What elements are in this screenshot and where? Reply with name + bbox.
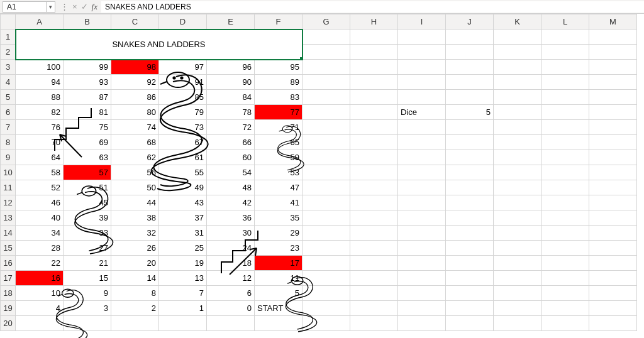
cell-L2[interactable]	[541, 45, 589, 60]
cell-E12[interactable]: 42	[207, 195, 255, 210]
cell-G3[interactable]	[303, 60, 350, 75]
cell-E20[interactable]	[207, 316, 255, 331]
cell-A18[interactable]: 10	[16, 286, 64, 301]
cell-E5[interactable]: 84	[207, 90, 255, 105]
cell-B16[interactable]: 21	[64, 256, 111, 271]
cell-F18[interactable]: 5	[255, 286, 303, 301]
cell-C9[interactable]: 62	[111, 150, 159, 165]
cell-E19[interactable]: 0	[207, 301, 255, 316]
row-header-16[interactable]: 16	[1, 256, 16, 271]
cell-D4[interactable]: 91	[159, 75, 207, 90]
col-header-I[interactable]: I	[398, 14, 446, 30]
col-header-C[interactable]: C	[111, 14, 159, 30]
cell-F20[interactable]	[255, 316, 303, 331]
cell-L1[interactable]	[541, 30, 589, 45]
cell-B17[interactable]: 15	[64, 271, 111, 286]
row-header-15[interactable]: 15	[1, 241, 16, 256]
cell-E16[interactable]: 18	[207, 256, 255, 271]
cell-A7[interactable]: 76	[16, 120, 64, 135]
cancel-icon[interactable]: ×	[72, 2, 77, 11]
cell-C17[interactable]: 14	[111, 271, 159, 286]
row-header-13[interactable]: 13	[1, 210, 16, 226]
cell-F15[interactable]: 23	[255, 241, 303, 256]
cell-F8[interactable]: 65	[255, 135, 303, 150]
cell-E18[interactable]: 6	[207, 286, 255, 301]
cell-B8[interactable]: 69	[64, 135, 111, 150]
cell-F3[interactable]: 95	[255, 60, 303, 75]
cell-F16[interactable]: 17	[255, 256, 303, 271]
cell-H4[interactable]	[350, 75, 398, 90]
name-box-dropdown[interactable]: ▾	[47, 1, 55, 13]
row-header-5[interactable]: 5	[1, 90, 16, 105]
cell-J3[interactable]	[446, 60, 494, 75]
cell-A12[interactable]: 46	[16, 195, 64, 210]
col-header-F[interactable]: F	[255, 14, 303, 30]
cell-E4[interactable]: 90	[207, 75, 255, 90]
row-header-6[interactable]: 6	[1, 105, 16, 120]
cell-I4[interactable]	[398, 75, 446, 90]
cell-B4[interactable]: 93	[64, 75, 111, 90]
cell-D15[interactable]: 25	[159, 241, 207, 256]
col-header-A[interactable]: A	[16, 14, 64, 30]
cell-G2[interactable]	[303, 45, 350, 60]
cell-B11[interactable]: 51	[64, 180, 111, 195]
cell-M2[interactable]	[589, 45, 637, 60]
cell-F17[interactable]: 11	[255, 271, 303, 286]
cell-A10[interactable]: 58	[16, 165, 64, 180]
cell-G7[interactable]	[303, 120, 350, 135]
cell-I2[interactable]	[398, 45, 446, 60]
cell-B5[interactable]: 87	[64, 90, 111, 105]
cell-G1[interactable]	[303, 30, 350, 45]
col-header-K[interactable]: K	[494, 14, 541, 30]
cell-C5[interactable]: 86	[111, 90, 159, 105]
row-header-19[interactable]: 19	[1, 301, 16, 316]
cell-B6[interactable]: 81	[64, 105, 111, 120]
cell-K2[interactable]	[494, 45, 541, 60]
cell-G4[interactable]	[303, 75, 350, 90]
cell-A4[interactable]: 94	[16, 75, 64, 90]
cell-D10[interactable]: 55	[159, 165, 207, 180]
name-box[interactable]: A1	[3, 1, 47, 13]
cell-D8[interactable]: 67	[159, 135, 207, 150]
cell-L5[interactable]	[541, 90, 589, 105]
row-header-7[interactable]: 7	[1, 120, 16, 135]
cell-B7[interactable]: 75	[64, 120, 111, 135]
row-header-9[interactable]: 9	[1, 150, 16, 165]
row-header-14[interactable]: 14	[1, 226, 16, 241]
cell-M4[interactable]	[589, 75, 637, 90]
cell-C19[interactable]: 2	[111, 301, 159, 316]
row-header-4[interactable]: 4	[1, 75, 16, 90]
cell-D11[interactable]: 49	[159, 180, 207, 195]
row-header-12[interactable]: 12	[1, 195, 16, 210]
cell-C20[interactable]	[111, 316, 159, 331]
cell-K5[interactable]	[494, 90, 541, 105]
worksheet[interactable]: A B C D E F G H I J K L M 1 SNAKES AND L…	[0, 14, 644, 331]
col-header-M[interactable]: M	[589, 14, 637, 30]
cell-B12[interactable]: 45	[64, 195, 111, 210]
cell-A8[interactable]: 70	[16, 135, 64, 150]
cell-L6[interactable]	[541, 105, 589, 120]
select-all-corner[interactable]	[1, 14, 16, 30]
cell-D6[interactable]: 79	[159, 105, 207, 120]
cell-J4[interactable]	[446, 75, 494, 90]
cell-I3[interactable]	[398, 60, 446, 75]
cell-H5[interactable]	[350, 90, 398, 105]
cell-G6[interactable]	[303, 105, 350, 120]
col-header-J[interactable]: J	[446, 14, 494, 30]
row-header-1[interactable]: 1	[1, 30, 16, 45]
cell-E9[interactable]: 60	[207, 150, 255, 165]
cell-C8[interactable]: 68	[111, 135, 159, 150]
cell-D17[interactable]: 13	[159, 271, 207, 286]
cell-F14[interactable]: 29	[255, 226, 303, 241]
cell-E15[interactable]: 24	[207, 241, 255, 256]
cell-F11[interactable]: 47	[255, 180, 303, 195]
cell-L4[interactable]	[541, 75, 589, 90]
cell-B9[interactable]: 63	[64, 150, 111, 165]
col-header-E[interactable]: E	[207, 14, 255, 30]
cell-C12[interactable]: 44	[111, 195, 159, 210]
cell-D19[interactable]: 1	[159, 301, 207, 316]
cell-C11[interactable]: 50	[111, 180, 159, 195]
cell-A16[interactable]: 22	[16, 256, 64, 271]
cell-C13[interactable]: 38	[111, 210, 159, 226]
cell-B3[interactable]: 99	[64, 60, 111, 75]
